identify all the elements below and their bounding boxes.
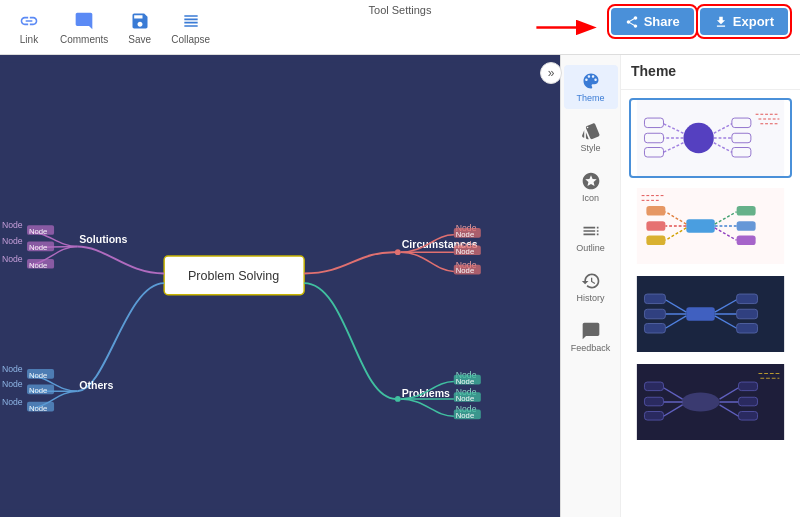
svg-rect-97 bbox=[644, 382, 663, 391]
svg-rect-65 bbox=[686, 219, 715, 232]
svg-point-48 bbox=[683, 123, 713, 153]
save-label: Save bbox=[128, 34, 151, 45]
svg-text:Node: Node bbox=[29, 371, 47, 380]
svg-text:Node: Node bbox=[2, 236, 23, 246]
svg-rect-85 bbox=[644, 309, 665, 319]
svg-rect-77 bbox=[737, 236, 756, 246]
svg-point-36 bbox=[395, 396, 401, 402]
icon-icon bbox=[581, 171, 601, 191]
svg-text:Node: Node bbox=[2, 254, 23, 264]
svg-rect-99 bbox=[644, 397, 663, 406]
comments-tool-button[interactable]: Comments bbox=[52, 6, 116, 49]
svg-rect-83 bbox=[644, 294, 665, 304]
svg-text:Node: Node bbox=[456, 247, 474, 256]
top-right-actions: Share Export bbox=[611, 8, 788, 35]
link-tool-button[interactable]: Link bbox=[10, 6, 48, 49]
red-arrow-decoration bbox=[532, 8, 602, 46]
svg-text:Node: Node bbox=[2, 397, 23, 407]
toolbar: Tool Settings Link Comments bbox=[0, 0, 800, 55]
theme-card-2[interactable] bbox=[629, 186, 792, 266]
outline-sidebar-label: Outline bbox=[576, 243, 605, 253]
theme-panel: Theme bbox=[621, 55, 800, 517]
svg-rect-107 bbox=[739, 412, 758, 421]
save-tool-button[interactable]: Save bbox=[120, 6, 159, 49]
export-icon bbox=[714, 15, 728, 29]
chevron-right-icon: » bbox=[548, 66, 555, 80]
svg-rect-71 bbox=[646, 236, 665, 246]
export-label: Export bbox=[733, 14, 774, 29]
svg-text:Node: Node bbox=[29, 404, 47, 413]
theme-card-1[interactable] bbox=[629, 98, 792, 178]
svg-text:Others: Others bbox=[79, 379, 113, 391]
svg-text:Node: Node bbox=[29, 261, 47, 270]
svg-text:Node: Node bbox=[456, 394, 474, 403]
svg-rect-81 bbox=[686, 307, 715, 320]
theme-panel-title: Theme bbox=[621, 55, 800, 90]
collapse-tool-button[interactable]: Collapse bbox=[163, 6, 218, 49]
panel-collapse-button[interactable]: » bbox=[540, 62, 562, 84]
svg-text:Node: Node bbox=[456, 411, 474, 420]
theme-card-4[interactable] bbox=[629, 362, 792, 442]
svg-text:Node: Node bbox=[2, 220, 23, 230]
svg-text:Node: Node bbox=[29, 386, 47, 395]
svg-rect-105 bbox=[739, 397, 758, 406]
sidebar-item-outline[interactable]: Outline bbox=[564, 215, 618, 259]
sidebar-item-style[interactable]: Style bbox=[564, 115, 618, 159]
svg-text:Node: Node bbox=[456, 377, 474, 386]
collapse-icon bbox=[180, 10, 202, 32]
svg-point-95 bbox=[682, 393, 720, 412]
svg-rect-87 bbox=[644, 324, 665, 334]
svg-rect-75 bbox=[737, 221, 756, 231]
sidebar-item-icon[interactable]: Icon bbox=[564, 165, 618, 209]
style-sidebar-label: Style bbox=[580, 143, 600, 153]
right-area: » Theme Style Icon bbox=[560, 55, 800, 517]
save-icon bbox=[129, 10, 151, 32]
collapse-label: Collapse bbox=[171, 34, 210, 45]
svg-text:Solutions: Solutions bbox=[79, 233, 127, 245]
history-sidebar-label: History bbox=[576, 293, 604, 303]
style-icon bbox=[581, 121, 601, 141]
svg-text:Node: Node bbox=[2, 379, 23, 389]
export-button[interactable]: Export bbox=[700, 8, 788, 35]
svg-rect-67 bbox=[646, 206, 665, 216]
share-icon bbox=[625, 15, 639, 29]
link-icon bbox=[18, 10, 40, 32]
theme-cards-container bbox=[621, 90, 800, 458]
feedback-icon bbox=[581, 321, 601, 341]
svg-rect-93 bbox=[737, 324, 758, 334]
comment-icon bbox=[73, 10, 95, 32]
theme-card-3[interactable] bbox=[629, 274, 792, 354]
theme-sidebar-label: Theme bbox=[576, 93, 604, 103]
toolbar-tools: Link Comments Save bbox=[10, 6, 218, 49]
svg-text:Node: Node bbox=[29, 243, 47, 252]
sidebar-item-feedback[interactable]: Feedback bbox=[564, 315, 618, 359]
svg-rect-101 bbox=[644, 412, 663, 421]
svg-text:Node: Node bbox=[456, 266, 474, 275]
sidebar-item-theme[interactable]: Theme bbox=[564, 65, 618, 109]
link-label: Link bbox=[20, 34, 38, 45]
svg-rect-69 bbox=[646, 221, 665, 231]
history-icon bbox=[581, 271, 601, 291]
svg-text:Problem Solving: Problem Solving bbox=[188, 269, 279, 283]
sidebar-item-history[interactable]: History bbox=[564, 265, 618, 309]
outline-icon bbox=[581, 221, 601, 241]
svg-text:Problems: Problems bbox=[402, 387, 450, 399]
svg-text:Node: Node bbox=[29, 227, 47, 236]
right-sidebar: Theme Style Icon Outline bbox=[561, 55, 621, 517]
svg-text:Node: Node bbox=[2, 364, 23, 374]
share-label: Share bbox=[644, 14, 680, 29]
svg-point-15 bbox=[395, 249, 401, 255]
mindmap-svg: Problem Solving Solutions Node Node Node… bbox=[0, 55, 560, 517]
share-button[interactable]: Share bbox=[611, 8, 694, 35]
svg-rect-103 bbox=[739, 382, 758, 391]
mindmap-canvas[interactable]: Problem Solving Solutions Node Node Node… bbox=[0, 55, 560, 517]
feedback-sidebar-label: Feedback bbox=[571, 343, 611, 353]
svg-text:Node: Node bbox=[456, 230, 474, 239]
toolbar-title: Tool Settings bbox=[369, 4, 432, 16]
main-content: Problem Solving Solutions Node Node Node… bbox=[0, 55, 800, 517]
svg-rect-89 bbox=[737, 294, 758, 304]
svg-rect-91 bbox=[737, 309, 758, 319]
theme-icon bbox=[581, 71, 601, 91]
comments-label: Comments bbox=[60, 34, 108, 45]
svg-rect-73 bbox=[737, 206, 756, 216]
